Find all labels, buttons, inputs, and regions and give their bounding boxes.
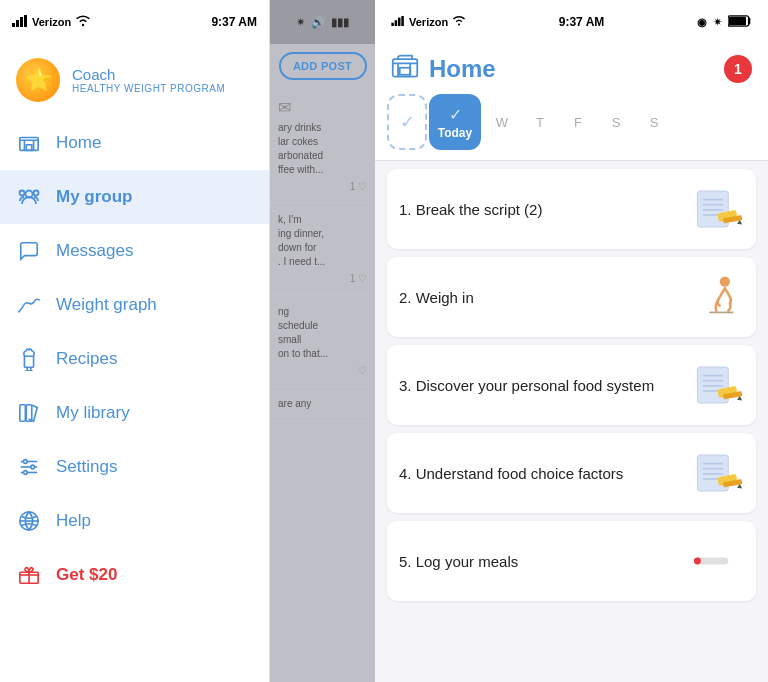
home-signal-icon <box>391 16 405 28</box>
task-card-2[interactable]: 2. Weigh in <box>387 257 756 337</box>
task-text-5: 5. Log your meals <box>399 551 692 572</box>
svg-rect-32 <box>729 17 746 26</box>
svg-rect-28 <box>398 18 401 26</box>
status-bar-right: Verizon 9:37 AM ◉ ✴ <box>375 0 768 44</box>
day-tabs: ✓ ✓ Today W T F S S <box>375 86 768 161</box>
task-card-3[interactable]: 3. Discover your personal food system <box>387 345 756 425</box>
coach-name: Coach <box>72 66 225 83</box>
middle-status-bar: ✴ 🔊 ▮▮▮ <box>270 0 375 44</box>
sidebar-item-help-label: Help <box>56 511 91 531</box>
sidebar-item-recipes[interactable]: Recipes <box>0 332 269 386</box>
sidebar-item-messages[interactable]: Messages <box>0 224 269 278</box>
sidebar-item-my-group-label: My group <box>56 187 133 207</box>
feed-post-2[interactable]: k, I'ming dinner,down for. I need t... 1… <box>270 203 375 295</box>
home-icon <box>16 130 42 156</box>
feed-post-list: ✉ ary drinkslar cokesarbonatedffee with.… <box>270 88 375 682</box>
sidebar-item-get20[interactable]: Get $20 <box>0 548 269 602</box>
sidebar-item-home[interactable]: Home <box>0 116 269 170</box>
home-panel: Verizon 9:37 AM ◉ ✴ Home 1 <box>375 0 768 682</box>
svg-point-21 <box>24 471 28 475</box>
svg-rect-34 <box>400 68 411 75</box>
home-battery-icon <box>728 15 752 29</box>
coach-avatar: 🌟 <box>16 58 60 102</box>
svg-point-4 <box>82 24 84 26</box>
tab-s2[interactable]: S <box>635 94 673 150</box>
tab-today-label: Today <box>438 126 472 140</box>
home-status-icons: ◉ ✴ <box>697 15 752 29</box>
home-page-title: Home <box>429 55 496 83</box>
globe-icon <box>16 508 42 534</box>
sidebar-item-weight-graph[interactable]: Weight graph <box>0 278 269 332</box>
tab-empty[interactable]: ✓ <box>387 94 427 150</box>
svg-rect-27 <box>395 20 398 26</box>
graph-icon <box>16 292 42 318</box>
svg-point-20 <box>31 465 35 469</box>
feed-post-4[interactable]: are any <box>270 387 375 422</box>
svg-point-8 <box>34 191 39 196</box>
sidebar-item-settings-label: Settings <box>56 457 117 477</box>
home-title-section: Home <box>391 52 496 86</box>
svg-rect-1 <box>16 20 19 27</box>
library-icon <box>16 400 42 426</box>
carrier-signal: Verizon <box>12 15 91 29</box>
settings-icon <box>16 454 42 480</box>
group-icon <box>16 184 42 210</box>
task-text-1: 1. Break the script (2) <box>399 199 692 220</box>
post-likes-2[interactable]: 1 ♡ <box>278 273 367 284</box>
task-card-4[interactable]: 4. Understand food choice factors <box>387 433 756 513</box>
home-carrier: Verizon <box>391 16 466 28</box>
wifi-icon <box>75 15 91 29</box>
task-icon-3 <box>692 359 744 411</box>
nav-items: Home My group M <box>0 116 269 682</box>
task-text-4: 4. Understand food choice factors <box>399 463 692 484</box>
tab-w[interactable]: W <box>483 94 521 150</box>
tab-s1[interactable]: S <box>597 94 635 150</box>
tab-today[interactable]: ✓ Today <box>429 94 481 150</box>
time-left: 9:37 AM <box>211 15 257 29</box>
sidebar-item-my-group[interactable]: My group <box>0 170 269 224</box>
task-card-5[interactable]: 5. Log your meals <box>387 521 756 601</box>
svg-point-19 <box>24 460 28 464</box>
svg-rect-29 <box>401 16 404 26</box>
post-likes-1[interactable]: 1 ♡ <box>278 181 367 192</box>
task-card-1[interactable]: 1. Break the script (2) <box>387 169 756 249</box>
status-bar-left: Verizon 9:37 AM <box>0 0 269 44</box>
svg-point-43 <box>720 276 730 286</box>
svg-rect-62 <box>694 558 701 565</box>
task-text-2: 2. Weigh in <box>399 287 692 308</box>
home-location-icon: ◉ <box>697 16 707 29</box>
tab-t[interactable]: T <box>521 94 559 150</box>
sidebar-item-settings[interactable]: Settings <box>0 440 269 494</box>
middle-panel: ✴ 🔊 ▮▮▮ ADD POST ✉ ary drinkslar cokesar… <box>270 0 375 682</box>
message-icon <box>16 238 42 264</box>
tab-w-letter: W <box>496 115 508 130</box>
home-page-icon <box>391 52 419 86</box>
home-carrier-label: Verizon <box>409 16 448 28</box>
post-text-4: are any <box>278 397 367 411</box>
notification-badge[interactable]: 1 <box>724 55 752 83</box>
signal-icon <box>12 15 28 29</box>
home-bt-icon: ✴ <box>713 16 722 29</box>
task-icon-4 <box>692 447 744 499</box>
chef-icon <box>16 346 42 372</box>
svg-rect-26 <box>391 23 394 26</box>
add-post-button[interactable]: ADD POST <box>279 52 367 80</box>
post-text-2: k, I'ming dinner,down for. I need t... <box>278 213 367 269</box>
post-text-3: ngschedulesmallon to that... <box>278 305 367 361</box>
sidebar-item-my-library[interactable]: My library <box>0 386 269 440</box>
coach-section[interactable]: 🌟 Coach HEALTHY WEIGHT PROGRAM <box>0 44 269 116</box>
sidebar-item-help[interactable]: Help <box>0 494 269 548</box>
svg-rect-10 <box>24 356 33 367</box>
feed-post-1[interactable]: ✉ ary drinkslar cokesarbonatedffee with.… <box>270 88 375 203</box>
sidebar-item-my-library-label: My library <box>56 403 130 423</box>
tab-s2-letter: S <box>650 115 659 130</box>
post-likes-3[interactable]: ♡ <box>278 365 367 376</box>
middle-bt2-icon: 🔊 <box>311 16 325 29</box>
sidebar: Verizon 9:37 AM 🌟 Coach HEALTHY WEIGHT P… <box>0 0 270 682</box>
sidebar-item-weight-graph-label: Weight graph <box>56 295 157 315</box>
sidebar-item-messages-label: Messages <box>56 241 133 261</box>
tab-t-letter: T <box>536 115 544 130</box>
tab-f[interactable]: F <box>559 94 597 150</box>
task-icon-5 <box>692 535 744 587</box>
feed-post-3[interactable]: ngschedulesmallon to that... ♡ <box>270 295 375 387</box>
